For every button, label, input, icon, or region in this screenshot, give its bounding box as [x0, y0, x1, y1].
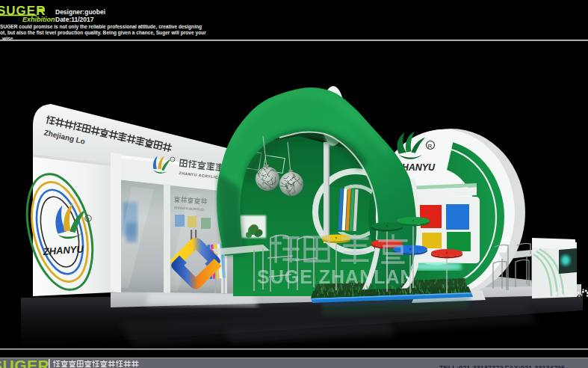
svg-text:SUGER could promise is not onl: SUGER could promise is not only the reli… [0, 24, 202, 30]
svg-text:Date:11/2017: Date:11/2017 [55, 16, 94, 23]
svg-text:TELL:021-33137372 FAX:021-331: TELL:021-33137372 FAX:021-33134705 [439, 364, 565, 368]
svg-text:Exhibition: Exhibition [22, 16, 55, 23]
svg-text:SUGER: SUGER [0, 357, 49, 368]
svg-text:R: R [428, 143, 433, 150]
svg-text:SUGE ZHANLAN: SUGE ZHANLAN [257, 266, 415, 287]
svg-text:Designer:guobei: Designer:guobei [55, 8, 105, 16]
svg-text:ot, but also the fist level pr: ot, but also the fist level production q… [0, 30, 206, 36]
svg-text:R: R [87, 217, 90, 221]
